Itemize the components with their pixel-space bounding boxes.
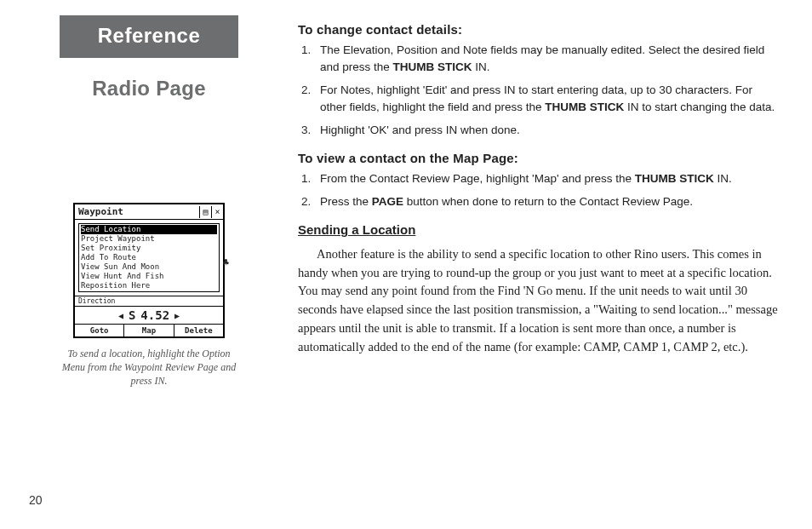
option-menu: Send Location Project Waypoint Set Proxi… [78,223,220,292]
menu-item: Set Proximity [81,244,217,253]
menu-item: Project Waypoint [81,234,217,244]
compass-value: 4.52 [140,308,169,322]
step-item: For Notes, highlight 'Edit' and press IN… [298,82,778,115]
steps-view-contact: From the Contact Review Page, highlight … [298,170,778,210]
heading-change-contact: To change contact details: [298,22,778,37]
device-screenshot: Waypoint ▤ × Send Location Project Waypo… [73,203,225,338]
direction-label: Direction [78,297,115,305]
arrow-right-icon: ▶ [174,311,180,320]
device-titlebar: Waypoint ▤ × [75,204,223,220]
menu-item: View Sun And Moon [81,262,217,272]
menu-item: Reposition Here [81,281,217,290]
heading-view-contact: To view a contact on the Map Page: [298,151,778,165]
compass-row: ◀ S 4.52 ▶ [75,307,223,324]
page-number: 20 [29,493,43,507]
device-buttons: Goto Map Delete [75,324,223,336]
left-column: Reference Radio Page Waypoint ▤ × Send L… [60,15,238,388]
body-paragraph: Another feature is the ability to send a… [298,245,778,357]
arrow-left-icon: ◀ [118,311,123,320]
section-title: Radio Page [60,77,238,101]
steps-change-contact: The Elevation, Position and Note fields … [298,42,778,139]
device-title: Waypoint [75,204,199,219]
list-icon: ▤ [199,206,211,218]
figure-block: Waypoint ▤ × Send Location Project Waypo… [60,203,238,388]
manual-page: Reference Radio Page Waypoint ▤ × Send L… [0,0,812,529]
menu-item: Add To Route [81,253,217,262]
compass-letter: S [129,308,135,322]
content-column: To change contact details: The Elevation… [298,19,778,356]
figure-caption: To send a location, highlight the Option… [60,347,238,388]
step-item: The Elevation, Position and Note fields … [298,42,778,75]
direction-row: Direction [75,296,223,307]
menu-item: Send Location [81,225,217,234]
goto-button: Goto [75,325,124,336]
step-item: Highlight 'OK' and press IN when done. [298,122,778,139]
close-icon: × [211,206,223,218]
step-item: Press the PAGE button when done to retur… [298,193,778,210]
tree-icon: ♣ [223,258,229,267]
menu-item: View Hunt And Fish [81,272,217,281]
step-item: From the Contact Review Page, highlight … [298,170,778,187]
reference-banner: Reference [60,15,238,58]
map-button: Map [124,325,174,336]
heading-sending-location: Sending a Location [298,222,778,237]
delete-button: Delete [174,325,223,336]
